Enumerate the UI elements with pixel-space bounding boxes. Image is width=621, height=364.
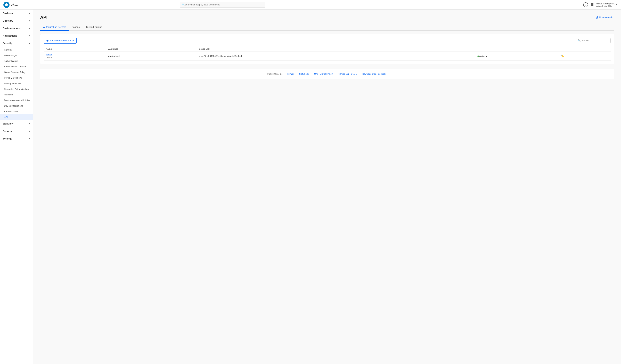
- col-header-audience: Audience: [106, 46, 196, 52]
- sidebar-item-profile-enrollment[interactable]: Profile Enrollment: [0, 75, 33, 81]
- svg-rect-3: [592, 3, 593, 4]
- sidebar-section-customizations: Customizations ▼: [0, 24, 33, 32]
- col-header-status: [475, 46, 557, 52]
- col-header-name: Name: [44, 46, 106, 52]
- user-name: lukasz.czulak@dail...: [596, 2, 615, 5]
- col-header-issuer-uri: Issuer URI: [196, 46, 475, 52]
- sidebar-label-security: Security: [3, 42, 12, 45]
- topnav-right-actions: ? lukasz.czulak@dail... dailyweb-trial-6…: [583, 2, 618, 7]
- status-indicator: [477, 55, 479, 57]
- sidebar-item-healthinsight[interactable]: HealthInsight: [0, 52, 33, 58]
- chevron-icon: ▼: [29, 12, 31, 14]
- sidebar-section-directory: Directory ▼: [0, 17, 33, 24]
- server-name-link[interactable]: default: [46, 53, 52, 56]
- footer-link-download[interactable]: Download Okta Feedback: [362, 73, 386, 75]
- search-icon: 🔍: [182, 3, 185, 6]
- user-org: dailyweb-trial-648...: [596, 5, 615, 7]
- status-cell: Active ▼: [475, 52, 557, 61]
- sidebar-item-networks[interactable]: Networks: [0, 92, 33, 97]
- tab-tokens[interactable]: Tokens: [69, 24, 83, 31]
- sidebar-item-workflow[interactable]: Workflow ▼: [0, 120, 33, 127]
- audience-cell: api://default: [106, 52, 196, 61]
- chevron-icon: ▼: [29, 130, 31, 132]
- issuer-uri-prefix: https://: [199, 55, 205, 57]
- main-content-area: API Documentation Authorization Servers …: [33, 10, 621, 364]
- table-search-input[interactable]: [582, 39, 609, 42]
- sidebar-label-settings: Settings: [3, 137, 12, 140]
- sidebar-label-applications: Applications: [3, 34, 17, 37]
- documentation-icon: [596, 16, 598, 19]
- sidebar-label-dashboard: Dashboard: [3, 12, 15, 15]
- col-header-actions: [557, 46, 611, 52]
- status-label: Active: [480, 55, 485, 57]
- chevron-icon: ▼: [29, 138, 31, 140]
- status-dropdown-icon: ▼: [485, 55, 487, 57]
- sidebar-section-workflow: Workflow ▼: [0, 120, 33, 127]
- sidebar-section-reports: Reports ▼: [0, 127, 33, 135]
- sidebar-section-settings: Settings ▼: [0, 135, 33, 142]
- global-search-box[interactable]: 🔍: [180, 2, 265, 8]
- sidebar-item-applications[interactable]: Applications ▼: [0, 32, 33, 39]
- sidebar-item-global-session-policy[interactable]: Global Session Policy: [0, 69, 33, 75]
- sidebar: Dashboard ▼ Directory ▼ Customizations ▼…: [0, 10, 33, 364]
- add-button-label: Add Authorization Server: [50, 39, 74, 42]
- server-name-cell: default Default: [44, 52, 106, 61]
- page-title: API: [40, 15, 48, 20]
- chevron-icon: ▼: [29, 20, 31, 22]
- audience-value: api://default: [108, 55, 120, 57]
- api-tabs: Authorization Servers Tokens Trusted Ori…: [40, 24, 614, 31]
- footer-link-version[interactable]: Version 2024.04.2 E: [339, 73, 357, 75]
- authorization-servers-card: ⊕ Add Authorization Server 🔍 Name Audien…: [40, 34, 614, 64]
- documentation-link[interactable]: Documentation: [596, 16, 614, 19]
- app-grid-button[interactable]: [590, 2, 594, 7]
- sidebar-label-customizations: Customizations: [3, 27, 20, 30]
- sidebar-item-authentication-policies[interactable]: Authentication Policies: [0, 64, 33, 69]
- sidebar-item-device-assurance-policies[interactable]: Device Assurance Policies: [0, 97, 33, 103]
- tab-authorization-servers[interactable]: Authorization Servers: [40, 24, 69, 31]
- table-search-box[interactable]: 🔍: [576, 38, 611, 43]
- footer-link-plugin[interactable]: OK14 US Cell Plugin: [314, 73, 333, 75]
- footer-link-status[interactable]: Status site: [299, 73, 309, 75]
- sidebar-label-workflow: Workflow: [3, 122, 14, 125]
- user-menu[interactable]: lukasz.czulak@dail... dailyweb-trial-648…: [596, 2, 618, 7]
- table-header-row: Name Audience Issuer URI: [44, 46, 611, 52]
- sidebar-item-reports[interactable]: Reports ▼: [0, 127, 33, 135]
- logo-text: okta: [11, 3, 17, 7]
- sidebar-item-device-integrations[interactable]: Device Integrations: [0, 103, 33, 109]
- footer-link-privacy[interactable]: Privacy: [287, 73, 294, 75]
- doc-link-label: Documentation: [599, 16, 614, 18]
- sidebar-item-identity-providers[interactable]: Identity Providers: [0, 81, 33, 86]
- sidebar-item-general[interactable]: General: [0, 47, 33, 52]
- table-toolbar: ⊕ Add Authorization Server 🔍: [44, 38, 611, 44]
- footer-links-row: © 2024 Okta, Inc. Privacy Status site OK…: [44, 73, 611, 75]
- edit-button[interactable]: ✏️: [561, 55, 564, 57]
- sidebar-item-customizations[interactable]: Customizations ▼: [0, 24, 33, 32]
- table-row: default Default api://default https://tr…: [44, 52, 611, 61]
- sidebar-item-delegated-authentication[interactable]: Delegated Authentication: [0, 86, 33, 92]
- main-layout: Dashboard ▼ Directory ▼ Customizations ▼…: [0, 10, 621, 364]
- status-badge[interactable]: Active ▼: [477, 55, 487, 57]
- issuer-uri-highlight: trial-6482489: [205, 55, 218, 57]
- sidebar-item-dashboard[interactable]: Dashboard ▼: [0, 10, 33, 17]
- help-button[interactable]: ?: [583, 2, 588, 7]
- okta-logo[interactable]: okta: [3, 2, 17, 8]
- sidebar-item-api[interactable]: API: [0, 114, 33, 120]
- security-subitems: General HealthInsight Authenticators Aut…: [0, 47, 33, 120]
- sidebar-section-security: Security ▲ General HealthInsight Authent…: [0, 39, 33, 120]
- sidebar-item-administrators[interactable]: Administrators: [0, 109, 33, 114]
- search-icon: 🔍: [578, 39, 581, 42]
- issuer-uri-cell: https://trial-6482489.okta.com/oauth2/de…: [196, 52, 475, 61]
- svg-point-1: [5, 3, 8, 6]
- authorization-servers-table: Name Audience Issuer URI default Default: [44, 46, 611, 61]
- svg-rect-4: [591, 4, 592, 6]
- sidebar-item-security[interactable]: Security ▲: [0, 39, 33, 47]
- sidebar-item-directory[interactable]: Directory ▼: [0, 17, 33, 24]
- tab-trusted-origins[interactable]: Trusted Origins: [83, 24, 105, 31]
- add-authorization-server-button[interactable]: ⊕ Add Authorization Server: [44, 38, 77, 44]
- sidebar-item-authenticators[interactable]: Authenticators: [0, 58, 33, 64]
- sidebar-item-settings[interactable]: Settings ▼: [0, 135, 33, 142]
- search-input[interactable]: [185, 3, 263, 6]
- user-menu-chevron-icon: ▼: [616, 4, 618, 6]
- chevron-icon: ▼: [29, 35, 31, 37]
- footer-copyright: © 2024 Okta, Inc.: [267, 73, 283, 75]
